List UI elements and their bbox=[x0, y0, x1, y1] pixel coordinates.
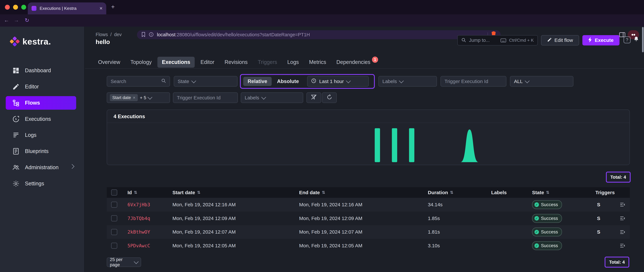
check-icon: ✓ bbox=[534, 244, 539, 248]
window-close-button[interactable] bbox=[5, 5, 10, 10]
sidebar-item-executions[interactable]: Executions bbox=[0, 111, 84, 127]
chip-close-icon[interactable]: × bbox=[133, 96, 135, 100]
forward-icon[interactable]: → bbox=[12, 17, 20, 23]
executions-histogram[interactable] bbox=[107, 110, 629, 164]
sort-icon[interactable]: ⇅ bbox=[134, 190, 137, 195]
tab-topology[interactable]: Topology bbox=[126, 57, 156, 68]
tab-editor[interactable]: Editor bbox=[196, 57, 219, 68]
sidebar-item-logs[interactable]: Logs bbox=[0, 127, 84, 143]
sidebar-item-administration[interactable]: Administration bbox=[0, 160, 84, 176]
trigger-execution-id-field[interactable] bbox=[440, 76, 506, 87]
table-row[interactable]: 5PDvAwcC Mon, Feb 19, 2024 12:05 AM Mon,… bbox=[107, 239, 630, 252]
column-duration[interactable]: Duration bbox=[428, 190, 448, 195]
executions-count-title: 4 Executions bbox=[114, 114, 145, 120]
scope-select[interactable]: ALL bbox=[510, 76, 574, 87]
new-tab-button[interactable]: + bbox=[111, 3, 115, 10]
execution-menu-icon[interactable] bbox=[620, 215, 626, 222]
sidebar-item-label: Logs bbox=[25, 132, 36, 138]
column-id[interactable]: Id bbox=[128, 190, 132, 195]
tab-metrics[interactable]: Metrics bbox=[304, 57, 331, 68]
search-icon bbox=[461, 36, 466, 44]
window-minimize-button[interactable] bbox=[13, 5, 18, 10]
sidebar-item-dashboard[interactable]: Dashboard bbox=[0, 62, 84, 79]
start-date-cell: Mon, Feb 19, 2024 12:05 AM bbox=[172, 243, 299, 248]
search-field[interactable] bbox=[107, 76, 170, 87]
breadcrumb-namespace[interactable]: dev bbox=[114, 32, 122, 37]
kestra-logo[interactable]: kestra. bbox=[10, 36, 51, 46]
labels-select[interactable]: Labels bbox=[378, 76, 437, 87]
sidebar-item-editor[interactable]: Editor bbox=[0, 78, 84, 95]
page-title: hello bbox=[96, 38, 110, 46]
column-start-date[interactable]: Start date bbox=[172, 190, 195, 195]
check-icon: ✓ bbox=[534, 230, 539, 234]
search-input[interactable] bbox=[111, 78, 158, 84]
sort-icon[interactable]: ⇅ bbox=[322, 190, 325, 195]
tab-logs[interactable]: Logs bbox=[283, 57, 303, 68]
execution-id-link[interactable]: 5PDvAwcC bbox=[128, 243, 150, 248]
trigger-execution-id-field-2[interactable] bbox=[173, 92, 238, 103]
refresh-icon bbox=[326, 94, 332, 101]
tab-revisions[interactable]: Revisions bbox=[220, 57, 252, 68]
tab-close-icon[interactable]: × bbox=[100, 6, 103, 11]
table-row[interactable]: 6Vx7jHb3 Mon, Feb 19, 2024 12:16 AM Mon,… bbox=[107, 198, 630, 212]
window-controls bbox=[5, 5, 26, 10]
filter-fields-multiselect[interactable]: Start date × + 5 bbox=[107, 92, 170, 103]
start-date-chip[interactable]: Start date × bbox=[110, 94, 138, 101]
tab-overview[interactable]: Overview bbox=[94, 57, 125, 68]
window-zoom-button[interactable] bbox=[21, 5, 26, 10]
execution-id-link[interactable]: 6Vx7jHb3 bbox=[128, 202, 150, 208]
time-range-select[interactable]: Last 1 hour bbox=[307, 76, 369, 87]
notifications-bell-icon[interactable] bbox=[634, 36, 639, 44]
column-triggers: Triggers bbox=[596, 190, 615, 195]
tab-executions[interactable]: Executions bbox=[158, 57, 195, 68]
check-icon: ✓ bbox=[534, 216, 539, 221]
help-button[interactable]: ? bbox=[624, 36, 630, 44]
sidebar-item-settings[interactable]: Settings bbox=[0, 176, 84, 192]
sidebar-item-blueprints[interactable]: Blueprints bbox=[0, 143, 84, 160]
column-end-date[interactable]: End date bbox=[299, 190, 320, 195]
page-scrollbar[interactable] bbox=[642, 27, 644, 52]
sort-icon[interactable]: ⇅ bbox=[197, 190, 200, 195]
execution-menu-icon[interactable] bbox=[620, 242, 626, 249]
sort-icon[interactable]: ⇅ bbox=[450, 190, 454, 195]
chevron-down-icon bbox=[191, 78, 196, 83]
row-checkbox[interactable] bbox=[111, 229, 117, 235]
breadcrumb-flows[interactable]: Flows bbox=[96, 32, 108, 37]
per-page-select[interactable]: 25 per page bbox=[107, 258, 141, 267]
back-icon[interactable]: ← bbox=[2, 17, 10, 23]
relative-toggle[interactable]: Relative bbox=[243, 77, 272, 86]
state-select[interactable]: State bbox=[174, 76, 238, 87]
clear-filters-button[interactable] bbox=[306, 92, 321, 103]
breadcrumb: Flows / dev bbox=[96, 32, 122, 37]
edit-flow-button[interactable]: Edit flow bbox=[541, 35, 579, 46]
status-badge: ✓Success bbox=[532, 214, 562, 223]
execution-id-link[interactable]: 2kBthwOY bbox=[128, 229, 150, 235]
reload-icon[interactable]: ↻ bbox=[23, 17, 31, 24]
app-sidebar: kestra. Dashboard Editor Flows Executio bbox=[0, 27, 85, 272]
execution-menu-icon[interactable] bbox=[620, 202, 626, 208]
settings-icon bbox=[12, 180, 20, 187]
refresh-button[interactable] bbox=[322, 92, 337, 103]
execution-menu-icon[interactable] bbox=[620, 229, 626, 235]
sort-icon[interactable]: ⇅ bbox=[546, 190, 550, 195]
search-icon bbox=[161, 78, 166, 84]
labels-select-2[interactable]: Labels bbox=[241, 92, 303, 103]
jump-to-search[interactable]: Jump to... Ctrl/Cmd + K bbox=[457, 35, 538, 46]
absolute-toggle[interactable]: Absolute bbox=[272, 77, 303, 86]
end-date-cell: Mon, Feb 19, 2024 12:05 AM bbox=[299, 243, 428, 248]
sidebar-item-flows[interactable]: Flows bbox=[0, 95, 84, 111]
tab-dependencies[interactable]: Dependencies 1 bbox=[332, 56, 382, 68]
table-row[interactable]: 2kBthwOY Mon, Feb 19, 2024 12:07 AM Mon,… bbox=[107, 225, 630, 239]
chevron-down-icon bbox=[134, 259, 138, 264]
row-checkbox[interactable] bbox=[111, 202, 117, 208]
execution-id-link[interactable]: 7JbTQb4q bbox=[128, 216, 150, 221]
trigger-execution-id-input-2[interactable] bbox=[177, 95, 234, 100]
trigger-execution-id-input[interactable] bbox=[444, 78, 502, 84]
browser-tab[interactable]: Executions | Kestra × bbox=[28, 2, 106, 14]
select-all-checkbox[interactable] bbox=[111, 190, 117, 196]
execute-button[interactable]: Execute bbox=[582, 35, 620, 46]
row-checkbox[interactable] bbox=[111, 215, 117, 221]
table-row[interactable]: 7JbTQb4q Mon, Feb 19, 2024 12:09 AM Mon,… bbox=[107, 212, 630, 225]
row-checkbox[interactable] bbox=[111, 243, 117, 249]
column-state[interactable]: State bbox=[532, 190, 544, 195]
